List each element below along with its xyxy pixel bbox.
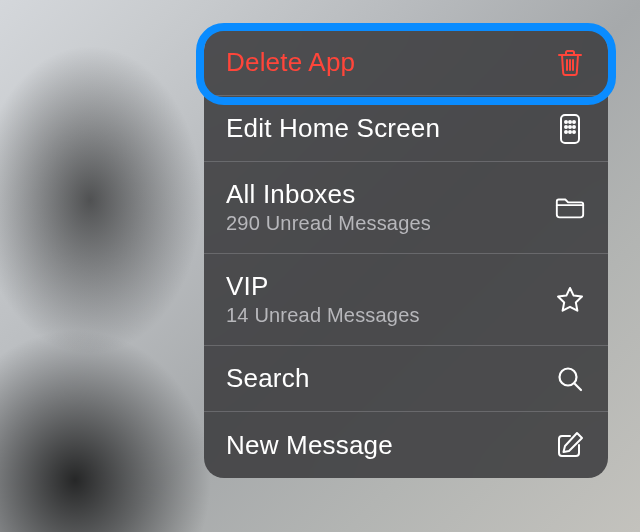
search-icon: [554, 363, 586, 395]
home-grid-icon: [554, 113, 586, 145]
menu-item-subtitle: 14 Unread Messages: [226, 304, 420, 327]
menu-item-new-message[interactable]: New Message: [204, 412, 608, 478]
svg-point-6: [573, 126, 575, 128]
menu-item-title: VIP: [226, 272, 420, 301]
menu-item-title: Delete App: [226, 48, 355, 77]
menu-item-delete-app[interactable]: Delete App: [204, 30, 608, 96]
star-icon: [554, 284, 586, 316]
menu-item-all-inboxes[interactable]: All Inboxes 290 Unread Messages: [204, 162, 608, 254]
svg-point-3: [573, 121, 575, 123]
compose-icon: [554, 429, 586, 461]
svg-point-5: [569, 126, 571, 128]
svg-point-7: [565, 131, 567, 133]
context-menu: Delete App Edit Home Screen: [204, 30, 608, 478]
menu-item-title: New Message: [226, 431, 393, 460]
svg-point-2: [569, 121, 571, 123]
menu-item-subtitle: 290 Unread Messages: [226, 212, 431, 235]
menu-item-vip[interactable]: VIP 14 Unread Messages: [204, 254, 608, 346]
menu-item-title: All Inboxes: [226, 180, 431, 209]
menu-item-title: Edit Home Screen: [226, 114, 440, 143]
svg-point-1: [565, 121, 567, 123]
svg-point-4: [565, 126, 567, 128]
menu-item-title: Search: [226, 364, 310, 393]
trash-icon: [554, 47, 586, 79]
folder-icon: [554, 192, 586, 224]
menu-item-search[interactable]: Search: [204, 346, 608, 412]
svg-point-8: [569, 131, 571, 133]
svg-point-9: [573, 131, 575, 133]
menu-item-edit-home-screen[interactable]: Edit Home Screen: [204, 96, 608, 162]
svg-point-10: [560, 368, 577, 385]
